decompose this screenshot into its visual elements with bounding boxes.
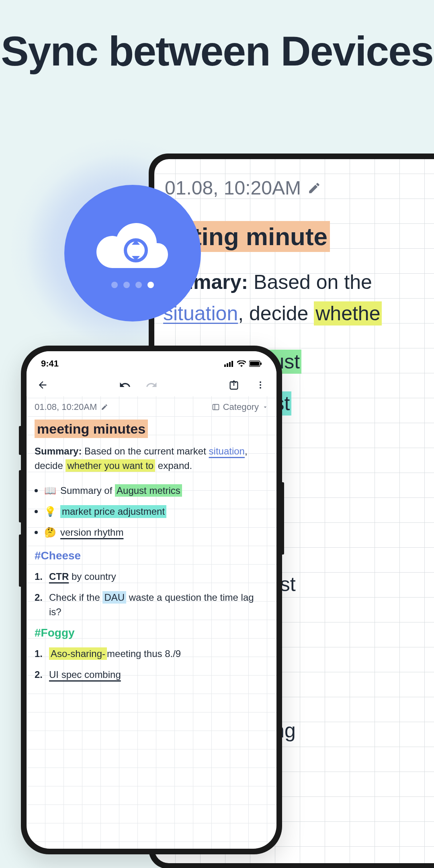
list-item: 💡 market price adjustment (35, 505, 268, 518)
svg-point-10 (260, 384, 261, 386)
note-title: eeting minute (163, 222, 434, 251)
category-selector[interactable]: Category (212, 402, 268, 412)
svg-rect-3 (229, 362, 231, 367)
list-item: 🤔 version rhythm (35, 527, 268, 538)
section1-list: 1.CTR by country 2.Check if the DAU wast… (35, 569, 268, 619)
sync-progress-dots (111, 282, 154, 288)
note-summary: ummary: Based on the situation, decide w… (163, 267, 434, 329)
note-datetime[interactable]: 01.08, 10:20AM (165, 177, 434, 199)
svg-rect-1 (224, 364, 226, 367)
svg-rect-7 (260, 362, 262, 365)
signal-icon (224, 360, 234, 367)
chevron-down-icon (262, 404, 268, 410)
cloud-sync-icon (90, 218, 175, 274)
note-summary: Summary: Based on the current market sit… (35, 444, 268, 473)
status-bar: 9:41 (27, 351, 276, 371)
list-item: 1.Aso-sharing-meeting thus 8./9 (35, 647, 268, 661)
svg-point-9 (260, 381, 261, 383)
battery-icon (249, 360, 262, 367)
back-button[interactable] (36, 379, 49, 391)
share-button[interactable] (227, 379, 240, 391)
note-subheader: 01.08, 10:20AM Category (27, 396, 276, 419)
svg-point-11 (260, 387, 261, 389)
svg-rect-4 (231, 361, 233, 367)
edit-icon[interactable] (101, 403, 108, 411)
section-heading-foggy: #Foggy (35, 626, 268, 639)
more-button[interactable] (254, 379, 267, 391)
undo-button[interactable] (119, 379, 131, 391)
note-title: meeting minutes (35, 421, 268, 437)
edit-icon[interactable] (307, 181, 321, 195)
sidebar-icon (212, 403, 220, 411)
section2-list: 1.Aso-sharing-meeting thus 8./9 2.UI spe… (35, 647, 268, 682)
note-content[interactable]: meeting minutes Summary: Based on the cu… (27, 419, 276, 682)
svg-rect-12 (213, 404, 219, 409)
svg-rect-2 (227, 363, 228, 367)
section-heading-cheese: #Cheese (35, 549, 268, 562)
status-time: 9:41 (41, 358, 59, 369)
phone-screen: 9:41 (27, 351, 276, 849)
note-datetime[interactable]: 01.08, 10:20AM (35, 402, 108, 412)
situation-link[interactable]: situation (209, 446, 245, 457)
redo-button[interactable] (145, 379, 158, 391)
svg-rect-6 (250, 362, 259, 366)
list-item: 📖 Summary of August metrics (35, 485, 268, 496)
phone-device: 9:41 (21, 346, 282, 854)
datetime-text: 01.08, 10:20AM (165, 177, 301, 199)
wifi-icon (237, 360, 246, 367)
list-item: 2.UI spec combing (35, 667, 268, 682)
list-item: 2.Check if the DAU waste a question the … (35, 590, 268, 619)
marketing-headline: Sync between Devices (0, 0, 434, 74)
editor-toolbar (27, 371, 276, 396)
cloud-sync-badge (64, 185, 201, 321)
bullet-list: 📖 Summary of August metrics 💡 market pri… (35, 485, 268, 538)
list-item: 1.CTR by country (35, 569, 268, 584)
